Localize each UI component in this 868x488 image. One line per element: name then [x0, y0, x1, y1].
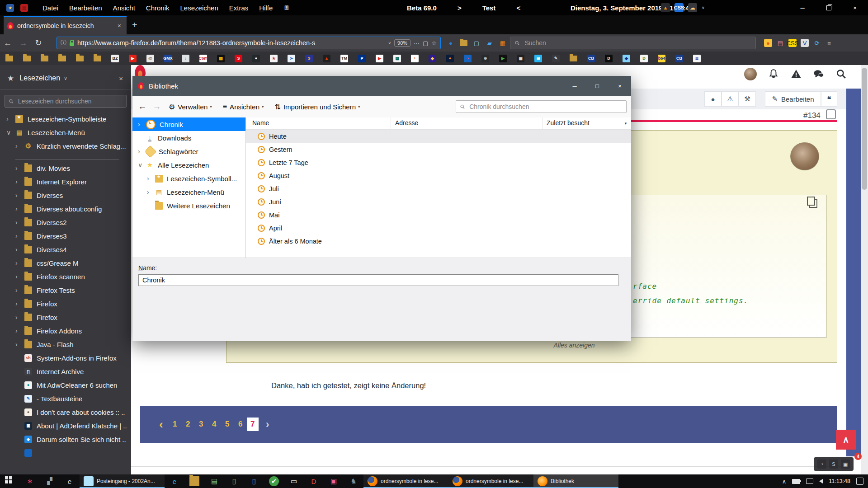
sidebar-bookmark-item[interactable]: › Firefox scannen [0, 270, 131, 283]
name-field-input[interactable] [138, 274, 618, 286]
expander-chevron-icon[interactable]: › [15, 164, 24, 172]
taskbar-item[interactable]: ▭ [284, 474, 304, 488]
window-minimize-button[interactable]: ─ [792, 0, 813, 15]
bookmark-favicon[interactable] [41, 56, 48, 61]
sidebar-bookmark-item[interactable]: › Firefox [0, 297, 131, 310]
history-group-row[interactable]: Mai [246, 208, 631, 221]
toolbar-extension-icon[interactable]: ● [447, 39, 455, 47]
bookmark-favicon[interactable]: b64 [658, 55, 665, 62]
bookmark-favicon[interactable]: ◑ [464, 55, 472, 62]
notifications-bell-icon[interactable] [768, 68, 779, 80]
reload-button[interactable]: ↻ [31, 38, 46, 48]
expander-chevron-icon[interactable]: › [147, 175, 155, 182]
edit-button[interactable]: ✎ Bearbeiten [765, 91, 821, 107]
history-group-row[interactable]: Juli [246, 182, 631, 195]
toolbar-addon-icon[interactable]: ⟳ [813, 39, 821, 47]
bookmark-favicon[interactable]: TM [340, 55, 348, 62]
toolbar-addon-icon[interactable]: ▤ [776, 39, 784, 47]
expander-chevron-icon[interactable]: › [15, 314, 24, 321]
library-tree-item[interactable]: Downloads [132, 131, 245, 145]
sidebar-switch-chevron-icon[interactable]: ∨ [64, 75, 67, 81]
show-all-link[interactable]: Alles anzeigen [529, 342, 619, 349]
post-author-avatar[interactable] [790, 142, 819, 170]
page-scrollbar-thumb[interactable] [862, 68, 867, 190]
toolbar-addon-icon[interactable]: V [801, 39, 809, 47]
expander-chevron-icon[interactable]: › [15, 192, 24, 199]
toolbar-extension-icon[interactable] [460, 40, 467, 46]
taskbar-item[interactable]: ▞ [40, 474, 60, 488]
pagination-page[interactable]: 2 [184, 420, 192, 429]
expander-chevron-icon[interactable]: › [6, 115, 15, 122]
globe-button[interactable]: ● [704, 91, 722, 107]
bookmark-favicon[interactable]: ≣ [693, 55, 701, 62]
alerts-warning-icon[interactable] [790, 68, 802, 80]
expander-chevron-icon[interactable]: › [15, 259, 24, 267]
expander-chevron-icon[interactable]: › [15, 300, 24, 307]
column-header-address[interactable]: Adresse [395, 119, 418, 127]
taskbar-item[interactable]: Bibliothek [533, 474, 618, 488]
sidebar-title[interactable]: Lesezeichen [19, 74, 60, 82]
bookmark-favicon[interactable]: ◆ [623, 55, 630, 62]
taskbar-item[interactable]: e [60, 474, 80, 488]
import-backup-menu-button[interactable]: Importieren und Sichern [283, 103, 356, 111]
pagination-next[interactable]: › [266, 418, 269, 431]
copy-icon[interactable] [809, 199, 817, 208]
sidebar-bookmark-item[interactable]: › Diverses about:config [0, 202, 131, 216]
window-restore-button[interactable] [818, 0, 839, 15]
pagination-page[interactable]: 5 [224, 420, 231, 429]
bookmark-favicon[interactable]: ⊕ [481, 55, 489, 62]
library-tree-item[interactable]: › Lesezeichen-Symboll... [132, 172, 245, 185]
library-forward-button[interactable]: → [150, 102, 164, 112]
bookmark-favicon[interactable]: ⊞ [534, 55, 542, 62]
sidebar-bookmark-item[interactable] [15, 153, 119, 160]
column-header-name[interactable]: Name [252, 119, 269, 127]
back-button[interactable]: ← [0, 38, 15, 48]
scroll-to-top-button[interactable]: ∧ [836, 430, 856, 450]
sidebar-bookmark-item[interactable]: › Firefox Tests [0, 283, 131, 297]
search-input[interactable] [524, 39, 751, 47]
status-icon[interactable]: S [829, 460, 838, 469]
sidebar-bookmark-item[interactable]: ● I don't care about cookies :: .. [0, 405, 131, 419]
sidebar-bookmark-item[interactable] [0, 446, 131, 460]
bookmark-favicon[interactable]: P [358, 55, 366, 62]
pagination-page[interactable]: 6 [237, 420, 244, 429]
status-icon[interactable]: ▣ [841, 460, 850, 469]
pagination-page[interactable]: 3 [198, 420, 205, 429]
bookmark-favicon[interactable]: CB [587, 55, 595, 62]
sidebar-bookmark-item[interactable]: ∨ Lesezeichen-Menü [0, 126, 131, 139]
bookmark-favicon[interactable]: ➤ [288, 55, 295, 62]
library-tree-item[interactable]: › Chronik [132, 117, 245, 131]
user-avatar[interactable] [744, 68, 757, 80]
expander-chevron-icon[interactable]: ∨ [138, 161, 146, 169]
bookmark-favicon[interactable]: ▣ [517, 55, 524, 62]
toolbar-addon-icon[interactable]: CSS [788, 39, 797, 47]
toolbar-extension-icon[interactable]: ▦ [499, 39, 507, 47]
taskbar-item[interactable] [184, 474, 204, 488]
active-tab[interactable]: ordnersymbole in lesezeich × [4, 16, 127, 34]
library-tree-item[interactable]: ∨ Alle Lesezeichen [132, 158, 245, 172]
history-group-row[interactable]: Juni [246, 195, 631, 208]
sidebar-bookmark-item[interactable]: sh System-Add-ons in Firefox [0, 351, 131, 365]
page-info-icon[interactable]: ⓘ [61, 39, 66, 47]
library-tree-item[interactable]: › Schlagwörter [132, 145, 245, 158]
zoom-level-badge[interactable]: 90% [394, 39, 410, 47]
toolbar-addon-icon[interactable]: ● [764, 39, 772, 47]
menubar-item[interactable]: Extras [225, 3, 253, 13]
taskbar-item[interactable] [0, 474, 20, 488]
column-header-visited[interactable]: Zuletzt besucht [547, 119, 590, 127]
toolbar-extension-icon[interactable]: ▢ [472, 39, 481, 47]
menubar-item[interactable]: Hilfe [255, 3, 277, 13]
expander-chevron-icon[interactable]: › [15, 327, 24, 334]
library-minimize-button[interactable]: ─ [563, 76, 586, 96]
expander-chevron-icon[interactable]: ∨ [6, 129, 15, 136]
views-menu-button[interactable]: Ansichten [230, 103, 259, 111]
sidebar-bookmark-item[interactable]: ✎ - Textbausteine [0, 392, 131, 405]
bookmark-star-icon[interactable]: ☆ [431, 40, 437, 47]
expander-chevron-icon[interactable]: › [15, 286, 24, 294]
expander-chevron-icon[interactable]: › [138, 121, 146, 128]
pagination-page[interactable]: 1 [171, 420, 179, 429]
taskbar-item[interactable]: ▣ [324, 474, 344, 488]
taskbar-item[interactable]: Posteingang - 2002An... [80, 474, 165, 488]
bookmark-favicon[interactable]: ● [446, 55, 454, 62]
expander-chevron-icon[interactable]: › [15, 273, 24, 280]
